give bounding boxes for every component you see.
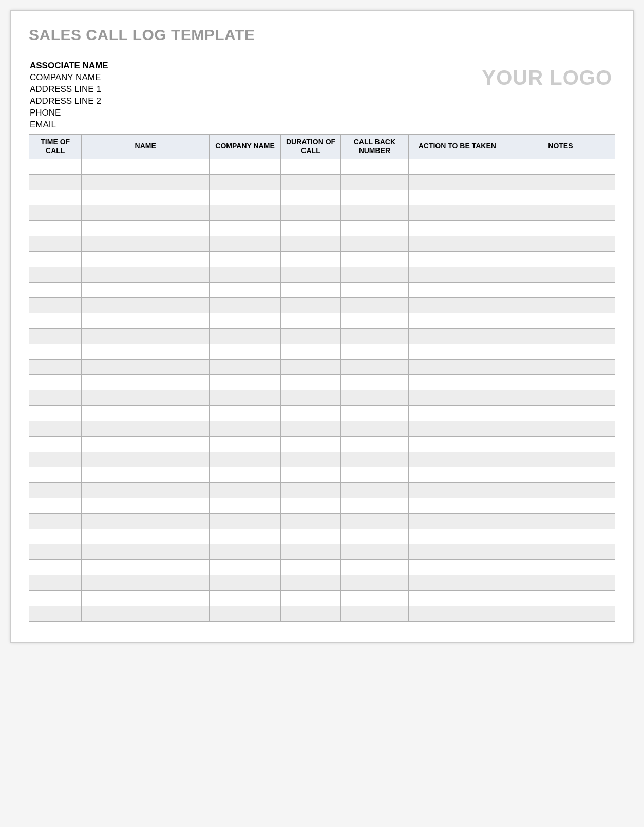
table-cell[interactable]: [210, 405, 281, 421]
table-cell[interactable]: [29, 575, 82, 590]
table-cell[interactable]: [281, 559, 341, 575]
table-cell[interactable]: [281, 575, 341, 590]
table-cell[interactable]: [82, 205, 210, 220]
table-cell[interactable]: [210, 282, 281, 297]
table-cell[interactable]: [281, 251, 341, 267]
table-cell[interactable]: [29, 467, 82, 482]
table-cell[interactable]: [210, 559, 281, 575]
table-cell[interactable]: [29, 452, 82, 467]
table-cell[interactable]: [281, 205, 341, 220]
table-cell[interactable]: [210, 513, 281, 529]
table-cell[interactable]: [210, 359, 281, 374]
table-cell[interactable]: [29, 159, 82, 174]
table-cell[interactable]: [341, 297, 409, 313]
table-cell[interactable]: [82, 267, 210, 282]
table-cell[interactable]: [82, 452, 210, 467]
table-cell[interactable]: [82, 220, 210, 236]
table-cell[interactable]: [281, 159, 341, 174]
table-cell[interactable]: [29, 359, 82, 374]
table-cell[interactable]: [281, 405, 341, 421]
table-cell[interactable]: [408, 544, 506, 559]
table-cell[interactable]: [506, 159, 615, 174]
table-cell[interactable]: [506, 513, 615, 529]
table-cell[interactable]: [408, 513, 506, 529]
table-cell[interactable]: [29, 405, 82, 421]
table-cell[interactable]: [341, 313, 409, 328]
table-cell[interactable]: [506, 359, 615, 374]
table-cell[interactable]: [29, 344, 82, 359]
table-cell[interactable]: [281, 452, 341, 467]
table-cell[interactable]: [281, 190, 341, 205]
table-cell[interactable]: [29, 236, 82, 251]
table-cell[interactable]: [408, 559, 506, 575]
table-cell[interactable]: [210, 529, 281, 544]
table-cell[interactable]: [341, 606, 409, 621]
table-cell[interactable]: [506, 452, 615, 467]
table-cell[interactable]: [281, 590, 341, 606]
table-cell[interactable]: [506, 529, 615, 544]
table-cell[interactable]: [210, 421, 281, 436]
table-cell[interactable]: [281, 390, 341, 405]
table-cell[interactable]: [281, 297, 341, 313]
table-cell[interactable]: [506, 390, 615, 405]
table-cell[interactable]: [210, 297, 281, 313]
table-cell[interactable]: [29, 498, 82, 513]
table-cell[interactable]: [408, 606, 506, 621]
table-cell[interactable]: [82, 374, 210, 390]
table-cell[interactable]: [210, 267, 281, 282]
table-cell[interactable]: [29, 390, 82, 405]
table-cell[interactable]: [29, 374, 82, 390]
table-cell[interactable]: [341, 452, 409, 467]
table-cell[interactable]: [210, 590, 281, 606]
table-cell[interactable]: [408, 328, 506, 344]
table-cell[interactable]: [341, 159, 409, 174]
table-cell[interactable]: [210, 452, 281, 467]
table-cell[interactable]: [281, 313, 341, 328]
table-cell[interactable]: [408, 344, 506, 359]
table-cell[interactable]: [281, 482, 341, 498]
table-cell[interactable]: [506, 313, 615, 328]
table-cell[interactable]: [210, 220, 281, 236]
table-cell[interactable]: [341, 251, 409, 267]
table-cell[interactable]: [82, 513, 210, 529]
table-cell[interactable]: [281, 328, 341, 344]
table-cell[interactable]: [408, 205, 506, 220]
table-cell[interactable]: [82, 390, 210, 405]
table-cell[interactable]: [506, 590, 615, 606]
table-cell[interactable]: [341, 282, 409, 297]
table-cell[interactable]: [281, 282, 341, 297]
table-cell[interactable]: [29, 174, 82, 190]
table-cell[interactable]: [341, 344, 409, 359]
table-cell[interactable]: [210, 313, 281, 328]
table-cell[interactable]: [281, 344, 341, 359]
table-cell[interactable]: [408, 282, 506, 297]
table-cell[interactable]: [82, 436, 210, 452]
table-cell[interactable]: [29, 267, 82, 282]
table-cell[interactable]: [29, 205, 82, 220]
table-cell[interactable]: [281, 513, 341, 529]
table-cell[interactable]: [506, 467, 615, 482]
table-cell[interactable]: [29, 513, 82, 529]
table-cell[interactable]: [341, 328, 409, 344]
table-cell[interactable]: [341, 374, 409, 390]
table-cell[interactable]: [82, 467, 210, 482]
table-cell[interactable]: [408, 267, 506, 282]
table-cell[interactable]: [341, 467, 409, 482]
table-cell[interactable]: [408, 390, 506, 405]
table-cell[interactable]: [408, 251, 506, 267]
table-cell[interactable]: [82, 328, 210, 344]
table-cell[interactable]: [210, 544, 281, 559]
table-cell[interactable]: [82, 282, 210, 297]
table-cell[interactable]: [82, 559, 210, 575]
table-cell[interactable]: [506, 374, 615, 390]
table-cell[interactable]: [29, 313, 82, 328]
table-cell[interactable]: [506, 405, 615, 421]
table-cell[interactable]: [506, 559, 615, 575]
table-cell[interactable]: [82, 313, 210, 328]
table-cell[interactable]: [506, 267, 615, 282]
table-cell[interactable]: [506, 482, 615, 498]
table-cell[interactable]: [29, 482, 82, 498]
table-cell[interactable]: [210, 344, 281, 359]
table-cell[interactable]: [210, 328, 281, 344]
table-cell[interactable]: [341, 205, 409, 220]
